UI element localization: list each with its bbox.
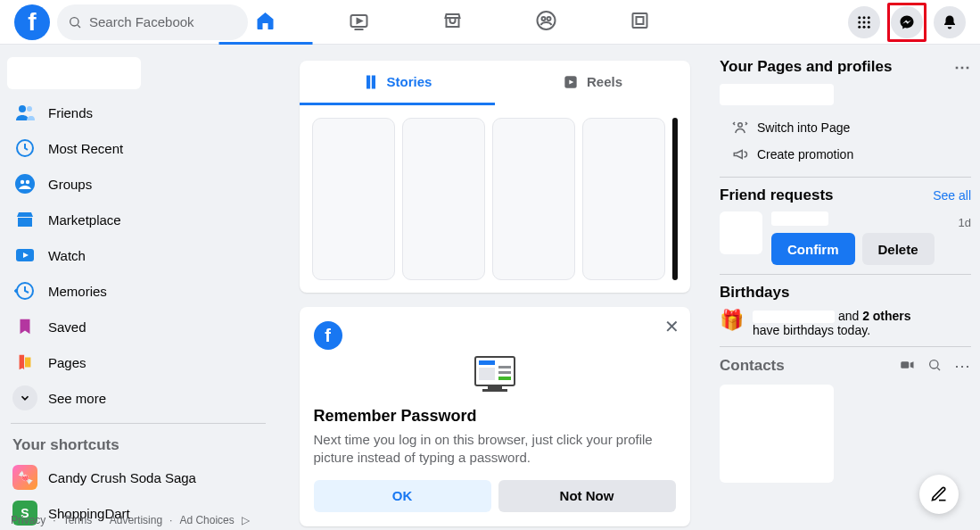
leftnav-label: See more [48, 391, 106, 406]
delete-button[interactable]: Delete [862, 233, 935, 265]
svg-point-39 [738, 123, 743, 128]
leftnav-memories[interactable]: Memories [7, 273, 269, 309]
svg-rect-9 [637, 17, 644, 24]
pages-options[interactable]: ⋯ [954, 57, 971, 77]
svg-point-23 [21, 180, 24, 184]
story-tile[interactable] [582, 118, 665, 280]
svg-rect-36 [498, 377, 511, 380]
divider [11, 423, 266, 424]
leftnav-label: Memories [48, 284, 107, 299]
leftnav-see-more[interactable]: See more [7, 380, 269, 416]
svg-marker-3 [358, 19, 362, 23]
search-icon [927, 358, 942, 372]
svg-point-12 [868, 16, 870, 19]
nav-gaming[interactable] [593, 0, 687, 45]
shortcuts-title: Your shortcuts [7, 431, 269, 460]
messenger-button[interactable] [891, 6, 923, 38]
tab-stories[interactable]: Stories [300, 61, 495, 105]
nav-groups[interactable] [499, 0, 593, 45]
footer-links: Privacy· Terms· Advertising· Ad Choices▷ [11, 514, 250, 526]
story-tile[interactable] [312, 118, 395, 280]
not-now-button[interactable]: Not Now [498, 480, 676, 512]
search-contacts-button[interactable] [927, 358, 942, 375]
svg-rect-34 [498, 366, 511, 369]
story-tile[interactable] [672, 118, 678, 280]
new-post-fab[interactable] [919, 475, 959, 514]
svg-point-11 [863, 16, 866, 19]
facebook-logo[interactable]: f [14, 4, 50, 40]
contact-item[interactable] [720, 385, 834, 483]
svg-point-7 [548, 17, 551, 21]
leftnav-label: Saved [48, 319, 86, 335]
watch-nav-icon [12, 243, 37, 268]
leftnav-pages[interactable]: Pages [7, 344, 269, 380]
messenger-highlight [887, 3, 926, 42]
gift-icon: 🎁 [720, 309, 744, 332]
profile-chip[interactable] [7, 57, 141, 89]
shortcut-candy-crush[interactable]: 🍬 Candy Crush Soda Saga [7, 460, 269, 495]
leftnav-watch[interactable]: Watch [7, 237, 269, 273]
svg-point-20 [27, 106, 32, 112]
ok-button[interactable]: OK [314, 480, 491, 512]
svg-line-1 [78, 25, 80, 28]
megaphone-icon [732, 146, 748, 162]
marketplace-nav-icon [12, 207, 37, 232]
confirm-button[interactable]: Confirm [771, 233, 855, 265]
tab-reels-label: Reels [587, 74, 622, 89]
leftnav-label: Marketplace [48, 212, 121, 228]
friend-name [771, 211, 828, 226]
center-nav [218, 0, 687, 45]
computer-illustration [314, 353, 676, 398]
svg-point-14 [863, 21, 866, 23]
marketplace-icon [442, 10, 464, 31]
stories-card: Stories Reels [300, 61, 690, 293]
friend-avatar[interactable] [720, 211, 762, 254]
watch-icon [349, 10, 370, 31]
nav-home[interactable] [218, 0, 312, 45]
footer-link[interactable]: Terms [63, 514, 93, 526]
create-promotion[interactable]: Create promotion [720, 141, 971, 168]
stories-row[interactable] [300, 105, 690, 293]
story-tile[interactable] [402, 118, 485, 280]
tab-reels[interactable]: Reels [495, 61, 690, 105]
search-icon [68, 15, 82, 29]
nav-watch[interactable] [312, 0, 406, 45]
contacts-options[interactable]: ⋯ [954, 356, 971, 376]
groups-nav-icon [12, 171, 37, 196]
page-chip[interactable] [720, 84, 834, 105]
leftnav-friends[interactable]: Friends [7, 95, 269, 130]
shortcut-label: Candy Crush Soda Saga [48, 470, 196, 485]
menu-button[interactable] [848, 6, 880, 38]
memories-icon [12, 278, 37, 303]
most-recent-icon [12, 136, 37, 161]
leftnav-most-recent[interactable]: Most Recent [7, 130, 269, 166]
birthday-row[interactable]: 🎁 and 2 others have birthdays today. [720, 309, 971, 337]
svg-rect-28 [25, 358, 30, 368]
new-room-button[interactable] [899, 357, 915, 376]
leftnav-saved[interactable]: Saved [7, 309, 269, 344]
remember-password-card: ✕ f Remember Password Next time you log … [300, 307, 690, 526]
remember-title: Remember Password [314, 407, 676, 426]
chevron-down-icon [12, 385, 37, 410]
leftnav-groups[interactable]: Groups [7, 166, 269, 202]
notifications-button[interactable] [934, 6, 966, 38]
svg-point-16 [858, 25, 861, 28]
home-icon [255, 10, 276, 31]
leftnav-marketplace[interactable]: Marketplace [7, 202, 269, 237]
switch-into-page[interactable]: Switch into Page [720, 114, 971, 141]
svg-rect-33 [479, 368, 495, 380]
divider [720, 346, 971, 347]
friends-icon [12, 100, 37, 125]
svg-rect-37 [488, 385, 502, 389]
footer-link[interactable]: Ad Choices [179, 514, 234, 526]
footer-link[interactable]: Privacy [11, 514, 45, 526]
nav-marketplace[interactable] [406, 0, 499, 45]
see-all-link[interactable]: See all [933, 188, 971, 203]
pages-title: Your Pages and profiles [720, 58, 892, 76]
svg-point-22 [15, 174, 35, 194]
svg-marker-41 [910, 361, 914, 369]
footer-link[interactable]: Advertising [110, 514, 162, 526]
saved-icon [12, 314, 37, 339]
close-button[interactable]: ✕ [664, 316, 679, 337]
story-tile[interactable] [492, 118, 575, 280]
